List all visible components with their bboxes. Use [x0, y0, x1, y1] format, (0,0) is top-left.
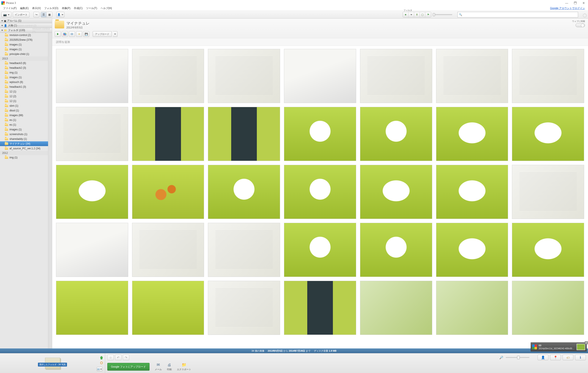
notification-close-button[interactable]: ✕ — [585, 341, 588, 344]
sidebar-folder-item[interactable]: img (1) — [0, 70, 48, 75]
rotate-right-button[interactable]: ↷ — [123, 355, 129, 360]
thumbnail[interactable] — [360, 49, 432, 103]
tags-button[interactable]: 🏷 — [563, 355, 573, 360]
thumbnail[interactable] — [436, 107, 508, 161]
sidebar-folder-item[interactable]: images (1) — [0, 42, 48, 47]
thumbnail[interactable] — [132, 49, 204, 103]
play-slideshow-button[interactable] — [55, 31, 61, 37]
thumbnail[interactable] — [284, 281, 356, 335]
nav-back-button[interactable]: ↪ — [33, 12, 39, 17]
info-button[interactable]: ℹ — [575, 355, 586, 360]
thumbnail[interactable] — [56, 223, 128, 277]
upload-dropdown[interactable] — [113, 31, 117, 37]
star-mini-button[interactable]: ☆ — [107, 355, 114, 360]
sidebar-folder-item[interactable]: images (88) — [0, 113, 48, 118]
thumbnail-grid-scroll[interactable] — [52, 46, 588, 348]
thumbnail[interactable] — [360, 107, 432, 161]
thumbnail[interactable] — [360, 223, 432, 277]
thumbnail[interactable] — [56, 165, 128, 219]
filter-star-menu[interactable] — [409, 12, 414, 17]
sidebar-folder-item[interactable]: images (1) — [0, 127, 48, 132]
thumbnail[interactable] — [56, 107, 128, 161]
thumbnail[interactable] — [284, 223, 356, 277]
filter-face-button[interactable]: ▢ — [420, 12, 425, 17]
view-list-button[interactable]: ☰ — [41, 12, 47, 17]
thumbnail[interactable] — [208, 107, 280, 161]
sidebar-folder-item[interactable]: dtool (1) — [0, 108, 48, 113]
close-button[interactable]: ✕ — [582, 1, 585, 5]
thumbnail[interactable] — [512, 107, 584, 161]
geotag-button[interactable]: 📍 — [550, 355, 561, 360]
save-button[interactable]: 💾 — [83, 31, 89, 37]
google-login-link[interactable]: Google アカウントでログイン — [550, 6, 587, 10]
sidebar-folder-item[interactable]: マイナチュレ (34) — [0, 141, 48, 146]
sidebar-folder-item[interactable]: img (1) — [0, 155, 48, 160]
thumbnail[interactable] — [436, 49, 508, 103]
filter-slider[interactable] — [433, 14, 452, 15]
description-input[interactable]: 説明を追加 — [52, 38, 588, 46]
menu-view[interactable]: 表示(V) — [30, 6, 42, 11]
menu-file[interactable]: ファイル(F) — [1, 6, 18, 11]
tag-people-button[interactable]: 👤 — [538, 355, 548, 360]
sidebar-overview-scrollbar[interactable] — [48, 33, 52, 348]
sidebar-folder-item[interactable]: revision-control (2) — [0, 33, 48, 37]
sidebar-folder-item[interactable]: af_source_PC_ver.1.2 (34) — [0, 146, 48, 151]
thumbnail[interactable] — [284, 49, 356, 103]
menu-folder[interactable]: フォルダ(O) — [42, 6, 60, 11]
sidebar-folder-item[interactable]: images (1) — [0, 47, 48, 52]
thumbnail[interactable] — [512, 281, 584, 335]
rotate-left-button[interactable]: ↶ — [115, 355, 122, 360]
google-photos-upload-button[interactable]: Google フォトにアップロード — [107, 363, 149, 371]
sidebar-header-folders[interactable]: 📁 フォルダ (133) revision-control (2) — [0, 28, 52, 33]
import-button[interactable]: インポート — [13, 12, 30, 17]
thumbnail[interactable] — [512, 165, 584, 219]
import-source-button[interactable]: 📷 — [1, 12, 11, 17]
menu-help[interactable]: ヘルプ(H) — [99, 6, 114, 11]
view-grid-button[interactable]: ▦ — [47, 12, 52, 17]
photo-tray[interactable]: 選択したフォルダ - 34 写真 — [0, 353, 105, 373]
menu-create[interactable]: 作成(C) — [72, 6, 84, 11]
sidebar-folder-item[interactable]: 12 (2) — [0, 94, 48, 99]
sidebar-folder-item[interactable]: es (1) — [0, 118, 48, 122]
sidebar-tree[interactable]: revision-control (2)20150515new (376)ima… — [0, 33, 48, 348]
thumbnail[interactable] — [132, 107, 204, 161]
movie-button[interactable]: 🎞 — [69, 31, 75, 37]
minimize-button[interactable]: — — [565, 1, 568, 5]
mail-action[interactable]: ✉ メール — [155, 362, 162, 371]
thumbnail[interactable] — [436, 223, 508, 277]
folder-title[interactable]: マイナチュレ — [66, 21, 90, 26]
maximize-button[interactable]: 🗖 — [574, 1, 577, 5]
filter-slider-handle[interactable] — [433, 13, 435, 16]
filter-upload-button[interactable]: ⬆ — [414, 12, 420, 17]
thumbnail[interactable] — [56, 281, 128, 335]
search-input[interactable] — [463, 13, 577, 16]
people-button[interactable]: 👤 — [56, 12, 64, 17]
sidebar-folder-item[interactable]: 12 (1) — [0, 99, 48, 103]
filter-star-button[interactable]: ★ — [403, 12, 409, 17]
clear-tray-icon[interactable] — [100, 362, 103, 364]
sidebar-folder-item[interactable]: sbm (1) — [0, 103, 48, 108]
sidebar-folder-item[interactable]: 12 (1) — [0, 89, 48, 94]
thumbnail[interactable] — [208, 49, 280, 103]
sidebar-header-people[interactable]: 👤 人物 (1) revision-control (2) — [0, 23, 52, 28]
search-box[interactable]: 🔍 — [457, 12, 578, 17]
menu-image[interactable]: 画像(P) — [60, 6, 72, 11]
sidebar-folder-item[interactable]: es (1) — [0, 122, 48, 127]
sidebar-folder-item[interactable]: sharedaddy (1) — [0, 137, 48, 141]
sidebar-folder-item[interactable]: screenshots (1) — [0, 132, 48, 137]
thumbnail[interactable] — [208, 223, 280, 277]
sidebar-folder-item[interactable]: principle-child (1) — [0, 52, 48, 56]
tray-dropdown[interactable] — [97, 367, 102, 371]
thumbnail[interactable] — [512, 223, 584, 277]
thumbnail[interactable] — [284, 107, 356, 161]
pin-icon[interactable] — [100, 356, 103, 359]
sidebar-folder-item[interactable]: headback1 (3) — [0, 85, 48, 89]
star-button[interactable]: ★ — [76, 31, 82, 37]
print-action[interactable]: 🖨 印刷 — [167, 363, 172, 371]
menu-edit[interactable]: 編集(E) — [18, 6, 30, 11]
thumbnail[interactable] — [436, 165, 508, 219]
sidebar-folder-item[interactable]: images (1) — [0, 75, 48, 80]
sidebar-folder-item[interactable]: headback3 (6) — [0, 61, 48, 65]
filter-geo-button[interactable]: ⚑ — [425, 12, 431, 17]
thumbnail[interactable] — [56, 49, 128, 103]
